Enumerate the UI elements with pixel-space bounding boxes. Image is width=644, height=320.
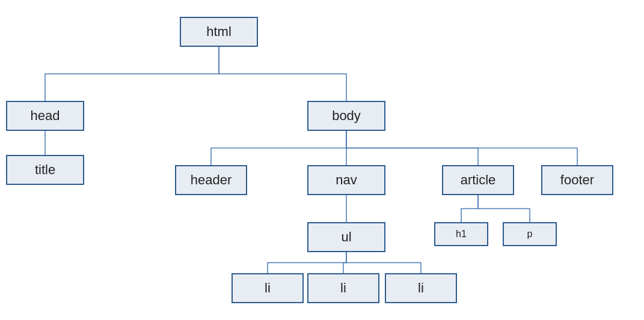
node-article: article — [442, 165, 514, 195]
node-nav: nav — [307, 165, 385, 195]
node-body: body — [307, 101, 385, 131]
node-title: title — [6, 155, 84, 185]
diagram: htmlheadtitlebodyheadernavarticlefooteru… — [0, 0, 644, 320]
node-li1: li — [232, 273, 304, 303]
connector-lines — [0, 0, 644, 320]
node-li2: li — [307, 273, 379, 303]
node-ul: ul — [307, 222, 385, 252]
node-li3: li — [385, 273, 457, 303]
node-head: head — [6, 101, 84, 131]
node-header: header — [175, 165, 247, 195]
node-footer: footer — [541, 165, 613, 195]
node-p: p — [503, 222, 557, 246]
node-h1: h1 — [434, 222, 488, 246]
node-html: html — [180, 17, 258, 47]
